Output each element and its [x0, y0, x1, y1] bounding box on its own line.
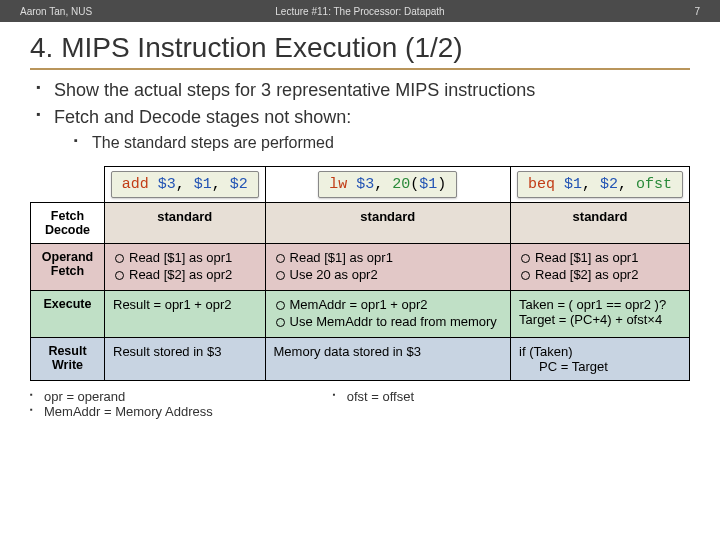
- stage-fetch-decode: Fetch Decode: [31, 203, 105, 244]
- stage-operand-fetch: Operand Fetch: [31, 244, 105, 291]
- corner-cell: [31, 167, 105, 203]
- header-page-number: 7: [694, 6, 700, 17]
- instr-box-beq: beq $1, $2, ofst: [517, 171, 683, 198]
- cell-opf-lw: Read [$1] as opr1 Use 20 as opr2: [265, 244, 511, 291]
- cell-exe-lw: MemAddr = opr1 + opr2 Use MemAddr to rea…: [265, 290, 511, 337]
- cell-instr-add: add $3, $1, $2: [105, 167, 266, 203]
- section-title: 4. MIPS Instruction Execution (1/2): [30, 32, 690, 64]
- cell-std-lw: standard: [265, 203, 511, 244]
- footnote-memaddr: MemAddr = Memory Address: [30, 404, 213, 419]
- cell-std-beq: standard: [511, 203, 690, 244]
- cell-rw-lw: Memory data stored in $3: [265, 337, 511, 380]
- stage-execute: Execute: [31, 290, 105, 337]
- cell-rw-add: Result stored in $3: [105, 337, 266, 380]
- table-row-fetch-decode: Fetch Decode standard standard standard: [31, 203, 690, 244]
- footnotes: opr = operand MemAddr = Memory Address o…: [30, 389, 690, 419]
- cell-exe-add: Result = opr1 + opr2: [105, 290, 266, 337]
- footnote-ofst: ofst = offset: [333, 389, 414, 404]
- table-row-execute: Execute Result = opr1 + opr2 MemAddr = o…: [31, 290, 690, 337]
- header-author: Aaron Tan, NUS: [20, 6, 92, 17]
- bullet-fetch-decode-text: Fetch and Decode stages not shown:: [54, 107, 351, 127]
- slide-body: 4. MIPS Instruction Execution (1/2) Show…: [0, 22, 720, 419]
- table-row-instructions: add $3, $1, $2 lw $3, 20($1) beq $1, $2,: [31, 167, 690, 203]
- cell-opf-beq: Read [$1] as opr1 Read [$2] as opr2: [511, 244, 690, 291]
- bullet-list: Show the actual steps for 3 representati…: [30, 80, 690, 152]
- title-divider: [30, 68, 690, 70]
- bullet-show-steps: Show the actual steps for 3 representati…: [36, 80, 690, 101]
- slide-header: Aaron Tan, NUS Lecture #11: The Processo…: [0, 0, 720, 22]
- cell-rw-beq: if (Taken) PC = Target: [511, 337, 690, 380]
- bullet-fetch-decode: Fetch and Decode stages not shown: The s…: [36, 107, 690, 152]
- footnote-opr: opr = operand: [30, 389, 213, 404]
- cell-exe-beq: Taken = ( opr1 == opr2 )? Target = (PC+4…: [511, 290, 690, 337]
- table-row-operand-fetch: Operand Fetch Read [$1] as opr1 Read [$2…: [31, 244, 690, 291]
- cell-std-add: standard: [105, 203, 266, 244]
- cell-instr-lw: lw $3, 20($1): [265, 167, 511, 203]
- stage-result-write: Result Write: [31, 337, 105, 380]
- cell-opf-add: Read [$1] as opr1 Read [$2] as opr2: [105, 244, 266, 291]
- execution-table: add $3, $1, $2 lw $3, 20($1) beq $1, $2,: [30, 166, 690, 381]
- subbullet-standard-steps: The standard steps are performed: [74, 134, 690, 152]
- cell-instr-beq: beq $1, $2, ofst: [511, 167, 690, 203]
- instr-box-lw: lw $3, 20($1): [318, 171, 457, 198]
- instr-box-add: add $3, $1, $2: [111, 171, 259, 198]
- header-title: Lecture #11: The Processor: Datapath: [275, 6, 444, 17]
- table-row-result-write: Result Write Result stored in $3 Memory …: [31, 337, 690, 380]
